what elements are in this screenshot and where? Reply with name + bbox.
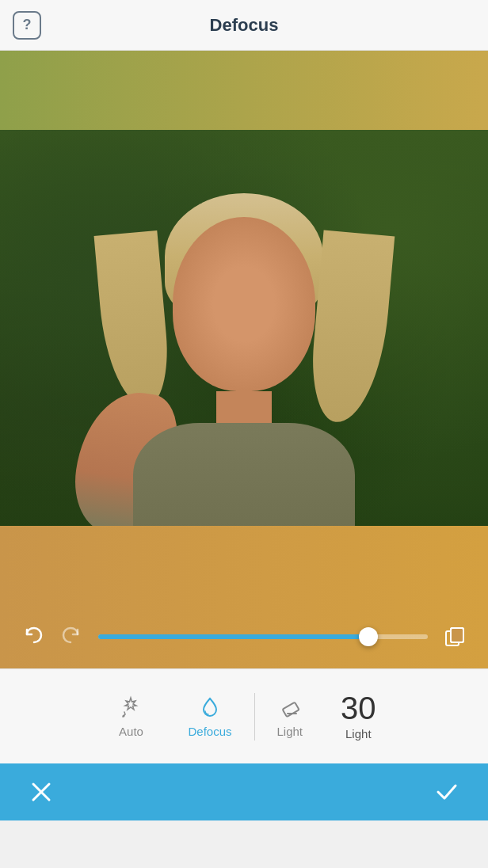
auto-label: Auto xyxy=(119,725,143,738)
undo-button[interactable] xyxy=(19,622,48,651)
auto-icon xyxy=(118,695,143,720)
light-label: Light xyxy=(277,725,303,738)
toolbar-value-item: 30 Light xyxy=(325,669,392,763)
slider-track xyxy=(98,634,428,639)
redo-icon xyxy=(59,625,83,649)
toolbar-item-light[interactable]: Light xyxy=(255,669,326,763)
toolbar-value-label: Light xyxy=(345,727,372,740)
face xyxy=(173,217,315,391)
toolbar-item-auto[interactable]: Auto xyxy=(96,669,166,763)
defocus-label: Defocus xyxy=(188,725,231,738)
header: ? Defocus xyxy=(0,0,488,51)
help-icon: ? xyxy=(23,17,32,33)
help-button[interactable]: ? xyxy=(13,11,41,40)
bottom-bar xyxy=(0,763,488,820)
slider-container[interactable] xyxy=(98,622,428,651)
toolbar: Auto Defocus Light 30 Light xyxy=(0,668,488,763)
undo-icon xyxy=(21,625,45,649)
cancel-button[interactable] xyxy=(25,776,57,808)
confirm-button[interactable] xyxy=(431,776,463,808)
toolbar-item-defocus[interactable]: Defocus xyxy=(166,669,254,763)
confirm-icon xyxy=(434,779,459,805)
hair-left xyxy=(94,230,173,409)
defocus-icon xyxy=(197,695,223,720)
slider-thumb[interactable] xyxy=(359,627,378,646)
slider-fill xyxy=(98,634,368,639)
page-title: Defocus xyxy=(210,15,279,36)
slider-area xyxy=(0,605,488,668)
eraser-icon xyxy=(277,695,303,720)
copy-icon xyxy=(443,625,467,649)
toolbar-value: 30 xyxy=(341,692,376,724)
copy-button[interactable] xyxy=(440,622,469,651)
redo-button[interactable] xyxy=(57,622,86,651)
svg-rect-1 xyxy=(451,628,463,642)
svg-point-3 xyxy=(123,715,125,718)
cancel-icon xyxy=(29,779,54,805)
image-area xyxy=(0,51,488,668)
svg-rect-4 xyxy=(282,702,299,718)
